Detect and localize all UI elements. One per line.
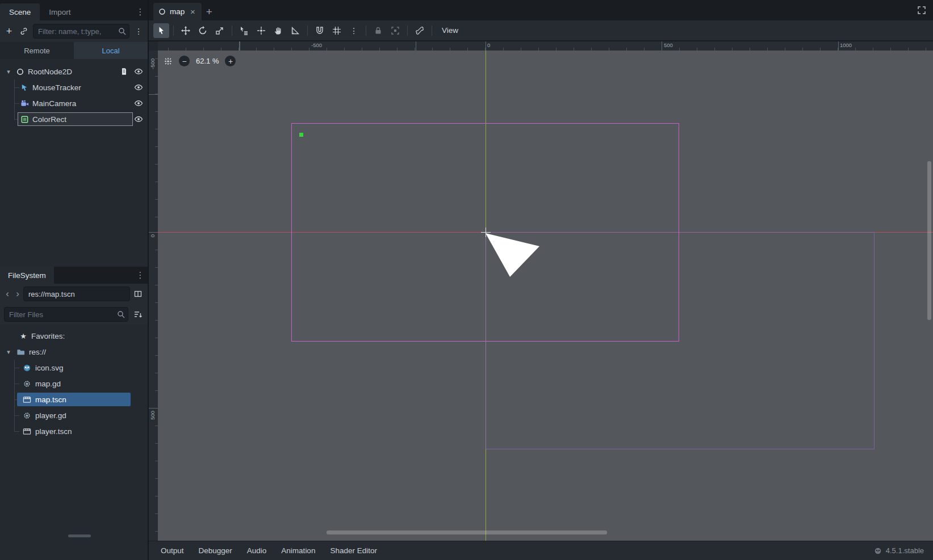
fs-item-icon-svg[interactable]: icon.svg [0,360,148,376]
bottom-tab-debugger[interactable]: Debugger [191,541,240,560]
filesystem-menu-icon[interactable]: ⋮ [133,267,148,284]
fs-item-player-gd[interactable]: player.gd [0,407,148,423]
pan-hand-icon [274,26,283,35]
fs-item-label: res:// [29,348,46,356]
tab-import[interactable]: Import [40,3,80,20]
group-icon [391,26,400,35]
fs-item-label: player.gd [35,411,66,420]
rotate-tool-button[interactable] [195,23,211,38]
gdscript-icon [23,411,31,420]
add-node-button[interactable]: + [2,24,16,38]
close-tab-icon[interactable]: × [189,7,196,16]
visibility-eye-icon[interactable] [133,82,144,93]
bottom-tab-shader-editor[interactable]: Shader Editor [323,541,384,560]
tree-node-mousetracker[interactable]: MouseTracker [0,79,148,95]
skeleton-options-button[interactable] [412,23,428,38]
list-select-button[interactable] [236,23,252,38]
bone-icon [415,26,424,35]
tab-remote[interactable]: Remote [0,42,74,59]
sort-files-button[interactable] [131,308,145,321]
godot-icon [874,547,882,555]
bottom-tab-animation[interactable]: Animation [274,541,323,560]
center-view-button[interactable] [164,57,173,66]
lock-icon [374,26,383,35]
scale-tool-button[interactable] [212,23,228,38]
list-select-icon [240,26,249,35]
view-menu-button[interactable]: View [436,23,464,38]
scene-tab-map[interactable]: map × [153,3,202,20]
filesystem-h-scrollbar[interactable] [68,534,91,537]
move-tool-button[interactable] [178,23,194,38]
visibility-eye-icon[interactable] [133,66,144,77]
bottom-panel-bar: Output Debugger Audio Animation Shader E… [149,541,933,560]
fs-item-map-gd[interactable]: map.gd [0,376,148,391]
scale-tool-icon [215,26,224,35]
filesystem-tab[interactable]: FileSystem [0,267,54,284]
ruler-top[interactable]: -500 0 500 1000 [158,41,933,50]
scene-tab-label: map [170,7,185,16]
pivot-tool-button[interactable] [253,23,269,38]
file-filter-input[interactable] [4,307,128,322]
pan-tool-button[interactable] [270,23,286,38]
magnet-icon [315,26,324,35]
scene-tabbar: map × + [149,0,933,20]
godot-editor-window: Scene Import ⋮ + ⋮ Remote Local [0,0,933,560]
zoom-in-button[interactable]: + [225,56,236,66]
zoom-percent[interactable]: 62.1 % [196,57,219,65]
nav-back-button[interactable]: ‹ [3,287,12,301]
new-tab-button[interactable]: + [202,3,216,20]
scene-filter-input[interactable] [33,24,129,39]
tree-node-maincamera[interactable]: MainCamera [0,95,148,111]
dock-menu-icon[interactable]: ⋮ [133,3,148,20]
visibility-eye-icon[interactable] [133,113,144,125]
bottom-tab-output[interactable]: Output [153,541,191,560]
fs-item-favorites[interactable]: ★ Favorites: [0,328,148,344]
ruler-label: -500 [149,58,156,69]
ruler-tool-button[interactable] [287,23,303,38]
zoom-out-button[interactable]: − [179,56,190,66]
ruler-left[interactable]: -500 0 500 [149,50,158,541]
toggle-split-button[interactable] [131,287,145,301]
fs-item-res[interactable]: ▾ res:// [0,344,148,360]
group-button[interactable] [387,23,403,38]
camera-icon [20,99,29,108]
bottom-tab-audio[interactable]: Audio [240,541,274,560]
collapse-caret-icon[interactable]: ▾ [5,348,12,356]
node-label: MainCamera [32,99,76,108]
gdscript-icon [23,380,31,388]
instance-scene-button[interactable] [17,24,31,38]
plus-icon: + [6,26,12,36]
sort-icon [133,310,143,319]
version-button[interactable]: 4.5.1.stable [874,546,924,555]
v-scrollbar[interactable] [927,161,931,320]
distraction-free-icon[interactable] [917,6,926,15]
nav-forward-button[interactable]: › [13,287,22,301]
scene-menu-icon[interactable]: ⋮ [132,24,145,38]
tree-node-colorrect[interactable]: ColorRect [0,111,148,127]
fs-item-map-tscn[interactable]: map.tscn [0,391,148,407]
collapse-caret-icon[interactable]: ▾ [5,68,12,75]
snap-options-icon[interactable]: ⋮ [346,23,362,38]
lock-button[interactable] [370,23,386,38]
node-label: MouseTracker [32,83,81,92]
zoom-controls: − 62.1 % + [164,56,236,66]
path-input[interactable] [23,287,130,301]
colorrect-icon [20,115,29,124]
visibility-eye-icon[interactable] [133,98,144,109]
select-tool-button[interactable] [153,23,169,38]
h-scrollbar[interactable] [327,530,607,534]
tab-local[interactable]: Local [74,42,148,59]
grid-snap-button[interactable] [329,23,345,38]
ruler-label: 1000 [840,42,852,48]
tab-scene[interactable]: Scene [0,3,40,20]
selection-handle[interactable] [299,133,303,137]
center-view-icon [164,57,173,66]
fs-item-label: map.gd [35,380,61,388]
canvas[interactable]: − 62.1 % + [158,50,933,541]
tree-node-rootnode2d[interactable]: ▾ RootNode2D [0,64,148,79]
link-icon [19,27,28,36]
ruler-icon [291,26,300,35]
script-badge-button[interactable] [118,66,129,77]
fs-item-player-tscn[interactable]: player.tscn [0,423,148,439]
smart-snap-button[interactable] [312,23,328,38]
